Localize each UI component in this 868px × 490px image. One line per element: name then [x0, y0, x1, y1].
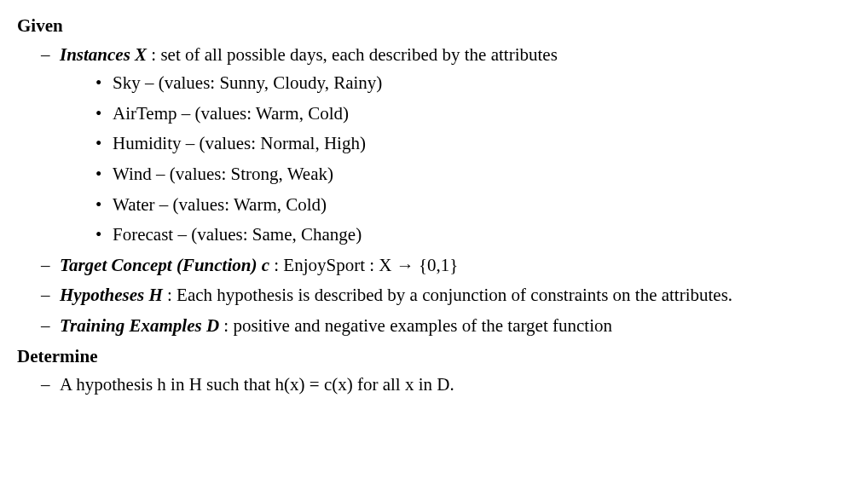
- target-concept-item: Target Concept (Function) c : EnjoySport…: [60, 251, 851, 280]
- instances-description: : set of all possible days, each describ…: [147, 44, 558, 65]
- instances-label: Instances X: [60, 44, 147, 65]
- attributes-list: Sky – (values: Sunny, Cloudy, Rainy) Air…: [60, 69, 851, 250]
- attribute-item: Water – (values: Warm, Cold): [113, 191, 851, 220]
- determine-item: A hypothesis h in H such that h(x) = c(x…: [60, 371, 851, 400]
- training-examples-description: : positive and negative examples of the …: [219, 315, 612, 336]
- attribute-item: Forecast – (values: Same, Change): [113, 221, 851, 250]
- training-examples-label: Training Examples D: [60, 315, 219, 336]
- attribute-item: Wind – (values: Strong, Weak): [113, 160, 851, 189]
- target-concept-description: : EnjoySport : X → {0,1}: [269, 255, 458, 275]
- hypotheses-label: Hypotheses H: [60, 285, 163, 305]
- determine-heading: Determine: [17, 343, 851, 372]
- given-list: Instances X : set of all possible days, …: [17, 41, 851, 341]
- hypotheses-description: : Each hypothesis is described by a conj…: [163, 285, 732, 305]
- attribute-item: AirTemp – (values: Warm, Cold): [113, 100, 851, 129]
- given-section: Given Instances X : set of all possible …: [17, 12, 851, 341]
- determine-list: A hypothesis h in H such that h(x) = c(x…: [17, 371, 851, 400]
- target-concept-label: Target Concept (Function) c: [60, 255, 269, 275]
- attribute-item: Sky – (values: Sunny, Cloudy, Rainy): [113, 69, 851, 98]
- training-examples-item: Training Examples D : positive and negat…: [60, 312, 851, 341]
- determine-section: Determine A hypothesis h in H such that …: [17, 343, 851, 400]
- attribute-item: Humidity – (values: Normal, High): [113, 130, 851, 159]
- instances-item: Instances X : set of all possible days, …: [60, 41, 851, 250]
- hypotheses-item: Hypotheses H : Each hypothesis is descri…: [60, 281, 851, 310]
- given-heading: Given: [17, 12, 851, 41]
